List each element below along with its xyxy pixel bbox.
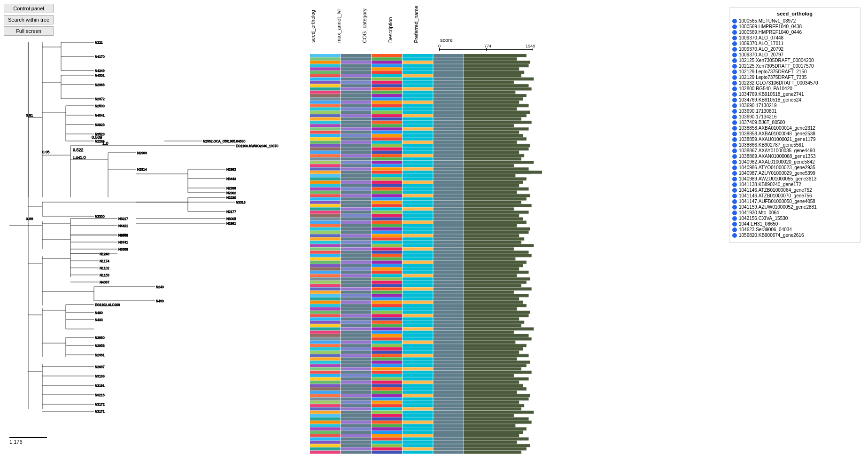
svg-text:N4249: N4249 <box>95 69 105 72</box>
col-header-score: score <box>439 37 467 43</box>
svg-text:N2909: N2909 <box>137 151 147 155</box>
legend-item: 1040982.AXAL01000020_gene5842 <box>732 159 857 164</box>
legend-item-label: 1042156.CXIVA_15530 <box>739 216 788 221</box>
toolbar: Control panel Search within tree Full sc… <box>4 4 54 36</box>
svg-text:N493: N493 <box>156 299 164 303</box>
svg-text:N4041: N4041 <box>95 114 105 117</box>
legend-item-label: 1041146.ATZB01000064_gene752 <box>739 188 812 193</box>
svg-text:N1174: N1174 <box>100 259 109 263</box>
heatmap-canvas <box>310 54 464 454</box>
legend-item-label: 1040986.ATYO01000023_gene2935 <box>739 165 815 170</box>
full-screen-button[interactable]: Full screen <box>4 26 54 36</box>
legend-item: 1009370.ALO_07448 <box>732 35 857 40</box>
legend-item-label: 1040987.AZUY01000029_gene5399 <box>739 171 815 176</box>
svg-text:0.589: 0.589 <box>92 135 102 140</box>
svg-text:N240: N240 <box>156 285 164 289</box>
svg-text:N2972: N2972 <box>95 97 105 101</box>
legend-color-dot <box>732 70 737 74</box>
legend-item-label: 1044.EH31_08650 <box>739 221 778 227</box>
legend-color-dot <box>732 149 737 153</box>
legend-item-label: 1041146.ATZB01000070_gene756 <box>739 193 812 198</box>
legend-item-label: 1009370.ALO_07448 <box>739 35 783 40</box>
svg-text:N433: N433 <box>95 318 103 321</box>
svg-text:EG1108.MWMO2040_19370: EG1108.MWMO2040_19370 <box>236 144 278 148</box>
svg-text:N3005: N3005 <box>226 217 236 220</box>
legend-item: 1042156.CXIVA_15530 <box>732 216 857 221</box>
legend-item-label: 102125.Xen7305DRAFT_00004200 <box>739 58 814 63</box>
legend-color-dot <box>732 81 737 86</box>
svg-text:N1102: N1102 <box>100 266 109 270</box>
legend-item-label: 102125.Xen7305DRAFT_00017570 <box>739 63 814 69</box>
legend-color-dot <box>732 137 737 142</box>
legend-color-dot <box>732 126 737 131</box>
legend-color-dot <box>732 64 737 69</box>
legend-color-dot <box>732 199 737 204</box>
legend-color-dot <box>732 30 737 35</box>
svg-text:N2230: N2230 <box>226 196 236 199</box>
col-header-description: Description <box>388 17 413 43</box>
legend-color-dot <box>732 154 737 159</box>
legend-item: 1009370.ALO_20792 <box>732 47 857 52</box>
legend-item-label: 1041147.AUFB01000050_gene4058 <box>739 199 815 204</box>
svg-text:N3172: N3172 <box>95 403 105 406</box>
legend-item-label: 1037409.BJ6T_80500 <box>739 120 785 125</box>
main-container: Control panel Search within tree Full sc… <box>0 0 868 454</box>
legend-item-label: 103690.17134216 <box>739 114 777 119</box>
legend-item: 1041138.KB890240_gene172 <box>732 182 857 187</box>
svg-text:1.0: 1.0 <box>80 155 86 160</box>
legend-item-label: 1000565.METUNv1_03972 <box>739 18 796 23</box>
legend-color-dot <box>732 86 737 91</box>
legend-item-label: 1038858.AXBA01000048_gene2538 <box>739 131 815 136</box>
legend-item-label: 1009370.ALO_20792 <box>739 47 783 52</box>
legend-item: 102125.Xen7305DRAFT_00017570 <box>732 63 857 69</box>
legend-item: 1040987.AZUY01000029_gene5399 <box>732 171 857 176</box>
legend-item: 1056820.KB900674_gene2616 <box>732 233 857 238</box>
legend-item: 1040986.ATYO01000023_gene2935 <box>732 165 857 170</box>
legend-item-label: 103690.17130801 <box>739 109 777 114</box>
control-panel-button[interactable]: Control panel <box>4 4 54 13</box>
svg-text:N3318: N3318 <box>236 201 246 204</box>
svg-text:N4097: N4097 <box>100 281 109 284</box>
svg-text:N2981: N2981 <box>226 222 236 225</box>
search-within-tree-button[interactable]: Search within tree <box>4 15 54 24</box>
legend-items-container: 1000565.METUNv1_039721000569.HMPREF1040_… <box>732 18 857 238</box>
svg-text:1.0: 1.0 <box>102 141 108 146</box>
svg-text:N2598: N2598 <box>95 104 105 108</box>
legend-color-dot <box>732 92 737 97</box>
legend-color-dot <box>732 103 737 108</box>
svg-text:N3199: N3199 <box>95 375 105 378</box>
svg-text:N3216: N3216 <box>95 393 105 397</box>
legend-item: 1034769.KB910518_gene2741 <box>732 92 857 97</box>
svg-text:N480: N480 <box>95 311 103 314</box>
legend-item: 1037409.BJ6T_80500 <box>732 120 857 125</box>
legend-item: 102800.RG540_PA10420 <box>732 86 857 91</box>
legend-panel[interactable]: seed_ortholog 1000565.METUNv1_0397210005… <box>729 8 860 243</box>
bars-canvas <box>464 54 542 454</box>
legend-item: 104623.Ser39006_04034 <box>732 227 857 232</box>
svg-text:N4170: N4170 <box>95 55 105 58</box>
legend-color-dot <box>732 143 737 148</box>
legend-item-label: 1038867.AXAY01000035_gene4490 <box>739 148 815 153</box>
legend-item-label: 102232.GLO73106DRAFT_00034570 <box>739 80 818 86</box>
svg-text:EG1102.ALO200: EG1102.ALO200 <box>95 303 120 306</box>
legend-item: 102129.Lepto7375DRAFT_2150 <box>732 69 857 74</box>
legend-color-dot <box>732 41 737 46</box>
legend-item-label: 1038869.AXAN01000068_gene1353 <box>739 154 816 159</box>
legend-color-dot <box>732 222 737 227</box>
legend-item: 1040989.AWZU01000055_gene3613 <box>732 176 857 181</box>
legend-item-label: 1041138.KB890240_gene172 <box>739 182 801 187</box>
legend-item-label: 1041930.Mtc_0064 <box>739 210 779 215</box>
legend-color-dot <box>732 120 737 125</box>
scale-label: 1.176 <box>9 439 23 445</box>
svg-text:N2962.GCA_0501985.04630: N2962.GCA_0501985.04630 <box>203 140 245 143</box>
scale-bar: 1.176 <box>9 437 47 445</box>
legend-item: 1041146.ATZB01000070_gene756 <box>732 193 857 198</box>
svg-text:N2790: N2790 <box>118 234 128 237</box>
svg-text:N3217: N3217 <box>118 217 128 220</box>
legend-item: 1041930.Mtc_0064 <box>732 210 857 215</box>
legend-item: 103690.17130219 <box>732 103 857 108</box>
legend-color-dot <box>732 47 737 52</box>
legend-color-dot <box>732 233 737 238</box>
svg-text:N3368: N3368 <box>118 248 128 251</box>
svg-text:N321: N321 <box>95 41 103 44</box>
